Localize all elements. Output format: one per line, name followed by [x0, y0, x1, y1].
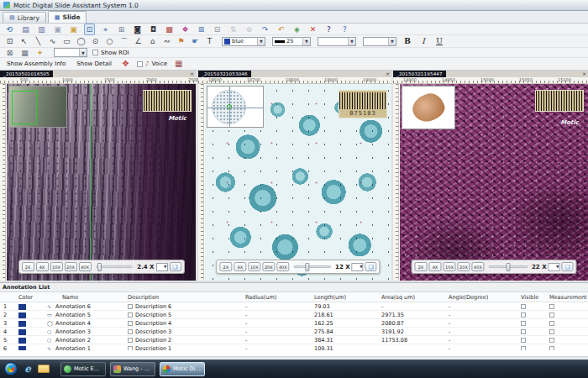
taskbar-window-button[interactable]: Motic EasyScan [60, 362, 106, 376]
description-checkbox[interactable] [128, 321, 133, 326]
show-assembly-info-button[interactable]: Show Assembly Info [4, 60, 68, 68]
overview-thumbnail[interactable] [207, 86, 264, 128]
annotation-row[interactable]: 3 ◯Annotation 4 Description 4 - 162.25 2… [0, 319, 588, 328]
taskbar-window-button[interactable]: Motic Digital Sl... [160, 362, 205, 376]
attach-icon[interactable]: ⊕ [244, 24, 255, 34]
copy-image-icon[interactable]: ▣ [68, 24, 79, 34]
line-tool-icon[interactable]: ╲ [33, 37, 44, 45]
slide-image-cytology[interactable]: 075183 2X4X10X20X40X 12 X ▼ ❏ [205, 84, 391, 281]
zoom-preset-button[interactable]: 10X [248, 262, 260, 271]
description-checkbox[interactable] [128, 312, 133, 318]
annotation-row[interactable]: 6 ∿Annotation 1 Description 1 - 109.31 - [0, 344, 588, 350]
snapshot-button[interactable]: ❏ [365, 262, 377, 271]
description-checkbox[interactable] [128, 329, 133, 334]
show-detail-button[interactable]: Show Detail [74, 60, 114, 68]
scale-select[interactable]: ▼ [54, 48, 87, 57]
favorite-icon[interactable]: ✦ [34, 48, 45, 58]
zoom-slider-handle[interactable] [506, 263, 510, 271]
measurement-checkbox[interactable] [549, 329, 554, 334]
zoom-preset-button[interactable]: 10X [50, 262, 63, 271]
snapshot-button[interactable]: ❏ [170, 262, 181, 271]
zoom-mode-select[interactable]: ▼ [156, 263, 168, 271]
zoom-preset-button[interactable]: 40X [471, 262, 484, 271]
font-size-select[interactable]: ▼ [363, 37, 396, 46]
zoom-preset-button[interactable]: 4X [428, 262, 441, 271]
pointer-icon[interactable]: ↖ [18, 37, 29, 45]
font-select[interactable]: ▼ [318, 37, 356, 46]
zoom-slider[interactable] [488, 265, 528, 268]
visible-checkbox[interactable] [521, 321, 526, 326]
record-audio-icon[interactable]: ◘ [148, 24, 159, 34]
area-select-icon[interactable]: ⊡ [4, 37, 15, 45]
measurement-checkbox[interactable] [549, 338, 554, 343]
zoom-slider-handle[interactable] [305, 263, 309, 271]
fit-view-icon[interactable]: ⊠ [4, 48, 15, 58]
taskbar-window-button[interactable]: Wang - 网页 [110, 362, 155, 376]
description-checkbox[interactable] [128, 346, 133, 350]
sync-icon[interactable]: ⇅ [228, 24, 239, 34]
save-icon[interactable]: ▤ [20, 24, 31, 34]
receive-slide-icon[interactable]: ↶ [276, 24, 286, 34]
zoom-slider[interactable] [96, 265, 134, 268]
polygon-tool-icon[interactable]: ⌂ [147, 37, 158, 45]
share-slide-icon[interactable]: ❖ [180, 24, 191, 34]
visible-checkbox[interactable] [521, 346, 526, 350]
measurement-checkbox[interactable] [549, 304, 554, 309]
show-roi-checkbox[interactable] [92, 50, 98, 55]
visible-checkbox[interactable] [521, 304, 526, 309]
text-tool-icon[interactable]: T [204, 37, 215, 45]
close-panel-icon[interactable]: × [190, 71, 194, 77]
zoom-preset-button[interactable]: 2X [414, 262, 427, 271]
close-panel-icon[interactable]: × [582, 71, 586, 77]
zoom-preset-button[interactable]: 20X [262, 262, 275, 271]
zoom-preset-button[interactable]: 20X [457, 262, 470, 271]
polyline-tool-icon[interactable]: ∿ [47, 37, 58, 45]
italic-button[interactable]: I [418, 37, 428, 45]
zoom-preset-button[interactable]: 10X [443, 262, 455, 271]
measurement-checkbox[interactable] [549, 321, 554, 326]
rectangle-tool-icon[interactable]: ▭ [61, 37, 72, 45]
zoom-preset-button[interactable]: 40X [79, 262, 92, 271]
internet-explorer-icon[interactable]: e [22, 363, 34, 375]
tab[interactable]: ▤ Library [3, 12, 46, 23]
explorer-folder-icon[interactable] [38, 365, 50, 373]
visible-checkbox[interactable] [521, 329, 526, 334]
save-all-icon[interactable]: ▥ [36, 24, 47, 34]
measurement-checkbox[interactable] [549, 312, 554, 318]
measurement-checkbox[interactable] [549, 346, 554, 350]
zoom-mode-select[interactable]: ▼ [352, 263, 364, 271]
hand-tool-icon[interactable]: ☛ [190, 37, 201, 45]
send-slide-icon[interactable]: ↷ [260, 24, 270, 34]
zoom-window-icon[interactable]: ⊞ [116, 24, 127, 34]
close-panel-icon[interactable]: × [386, 71, 390, 77]
voice-checkbox[interactable] [137, 61, 143, 67]
delete-icon[interactable]: ✕ [307, 24, 318, 34]
ellipse-tool-icon[interactable]: ◯ [76, 37, 87, 45]
image-report-icon[interactable]: ▩ [164, 24, 175, 34]
overview-thumbnail[interactable] [402, 86, 455, 129]
slide-image-tissue[interactable]: Motic 2X4X10X20X40X 2.4 X ▼ ❏ [7, 84, 196, 281]
tab[interactable]: ▦ Slide [48, 11, 87, 23]
arc-tool-icon[interactable]: ⌒ [118, 36, 129, 47]
circle-tool-icon[interactable]: ○ [104, 37, 115, 45]
angle-tool-icon[interactable]: ∠ [133, 37, 144, 45]
overview-thumbnail[interactable] [8, 86, 67, 128]
zoom-preset-button[interactable]: 4X [234, 262, 246, 271]
tile-view-icon[interactable]: ▦ [19, 48, 30, 58]
undo-icon[interactable]: ⟲ [4, 24, 15, 34]
bold-button[interactable]: B [402, 37, 412, 45]
annotation-row[interactable]: 4 ○Annotation 3 Description 3 - 275.84 3… [0, 328, 588, 336]
annotation-row[interactable]: 1 ∿Annotation 6 Description 6 - 79.03 - … [0, 302, 588, 311]
pin-tool-icon[interactable]: ⚑ [176, 37, 186, 45]
visible-checkbox[interactable] [521, 338, 526, 343]
slide-image-tumor[interactable]: Motic 2X4X10X20X40X 22 X ▼ ❏ [400, 84, 588, 281]
zoom-preset-button[interactable]: 4X [36, 262, 49, 271]
select-region-icon[interactable]: ⊡ [84, 24, 95, 35]
line-width-select[interactable]: 25 ▼ [272, 37, 311, 46]
copy-icon[interactable]: ▣ [52, 24, 63, 34]
description-checkbox[interactable] [128, 304, 133, 309]
start-button[interactable] [4, 362, 18, 375]
zoom-preset-button[interactable]: 40X [276, 262, 289, 271]
annotation-row[interactable]: 5 ○Annotation 2 Description 2 - 384.31 1… [0, 336, 588, 344]
participants-icon[interactable]: ▦ [173, 59, 184, 69]
